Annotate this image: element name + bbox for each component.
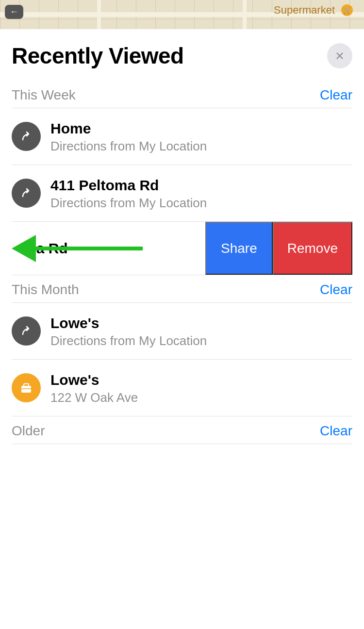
home-item-content: Home Directions from My Location — [50, 119, 352, 154]
lowes-address-content: Lowe's 122 W Oak Ave — [50, 370, 352, 405]
lowes-address-title: Lowe's — [50, 370, 352, 389]
svg-text:🛒: 🛒 — [343, 6, 352, 15]
briefcase-icon — [19, 381, 33, 395]
lowes-address-subtitle: 122 W Oak Ave — [50, 390, 352, 405]
peltoma-directions-icon — [12, 179, 41, 208]
home-directions-icon — [12, 122, 41, 151]
list-item-lowes-directions[interactable]: Lowe's Directions from My Location — [12, 303, 352, 360]
map-supermarket-icon: 🛒 — [340, 3, 354, 17]
directions-arrow-icon-3 — [19, 324, 33, 338]
directions-arrow-icon-2 — [19, 186, 33, 200]
peltoma-item-title: 411 Peltoma Rd — [50, 176, 352, 195]
home-item-subtitle: Directions from My Location — [50, 139, 352, 154]
share-button[interactable]: Share — [205, 222, 273, 275]
list-item-home[interactable]: Home Directions from My Location — [12, 108, 352, 165]
list-item-swiped[interactable]: ma Rd Share Remove — [12, 222, 352, 275]
older-header: Older Clear — [12, 418, 352, 444]
svg-rect-2 — [21, 386, 31, 393]
map-back-button[interactable]: ← — [5, 5, 23, 19]
lowes-directions-title: Lowe's — [50, 314, 352, 332]
close-icon — [334, 50, 345, 61]
lowes-directions-content: Lowe's Directions from My Location — [50, 314, 352, 348]
this-month-label: This Month — [12, 282, 79, 298]
lowes-directions-subtitle: Directions from My Location — [50, 333, 352, 348]
peltoma-item-content: 411 Peltoma Rd Directions from My Locati… — [50, 176, 352, 211]
list-item-411-peltoma[interactable]: 411 Peltoma Rd Directions from My Locati… — [12, 165, 352, 222]
home-item-title: Home — [50, 119, 352, 138]
close-button[interactable] — [327, 43, 352, 68]
swiped-item-partial-title: ma Rd — [23, 239, 68, 258]
list-item-lowes-address[interactable]: Lowe's 122 W Oak Ave — [12, 360, 352, 416]
lowes-address-icon — [12, 373, 41, 402]
panel-header: Recently Viewed — [12, 43, 352, 69]
older-clear-button[interactable]: Clear — [320, 423, 352, 439]
panel-title: Recently Viewed — [12, 43, 184, 69]
this-week-clear-button[interactable]: Clear — [320, 87, 352, 103]
lowes-directions-icon — [12, 316, 41, 346]
remove-button[interactable]: Remove — [273, 222, 352, 275]
older-label: Older — [12, 423, 45, 439]
peltoma-item-subtitle: Directions from My Location — [50, 196, 352, 211]
this-week-label: This Week — [12, 87, 76, 103]
recently-viewed-panel: Recently Viewed This Week Clear Home Dir… — [0, 29, 364, 629]
swipe-actions: Share Remove — [205, 222, 352, 275]
this-month-header: This Month Clear — [12, 277, 352, 303]
directions-arrow-icon — [19, 129, 33, 144]
map-background: ← Supermarket 🛒 — [0, 0, 364, 29]
this-month-clear-button[interactable]: Clear — [320, 282, 352, 298]
map-supermarket-label: Supermarket — [274, 4, 335, 17]
this-week-header: This Week Clear — [12, 83, 352, 108]
